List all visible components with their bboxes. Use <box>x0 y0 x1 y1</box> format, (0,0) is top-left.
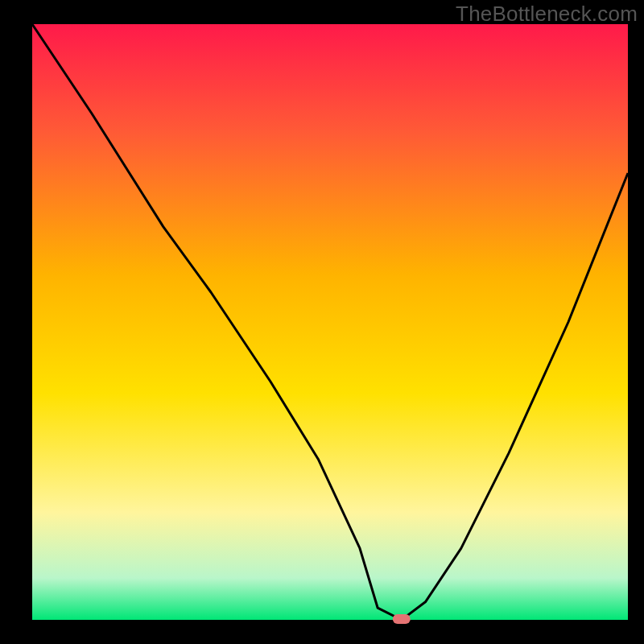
plot-area <box>32 24 628 620</box>
bottleneck-chart <box>0 0 644 644</box>
chart-container: TheBottleneck.com <box>0 0 644 644</box>
watermark-text: TheBottleneck.com <box>456 2 638 27</box>
minimum-marker <box>393 614 411 624</box>
